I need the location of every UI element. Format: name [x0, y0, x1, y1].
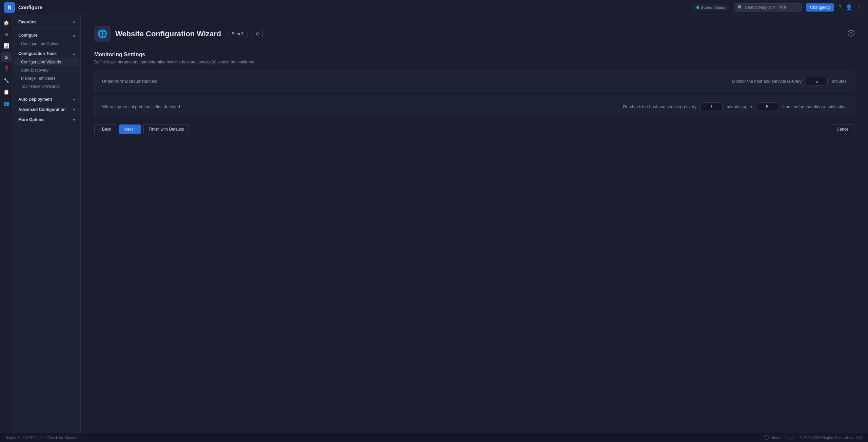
back-label: Back [102, 127, 111, 132]
step-badge: Step 3 [227, 30, 248, 38]
manage-templates-label: Manage Templates [21, 76, 55, 81]
normal-label: Under normal circumstances: [102, 79, 157, 84]
tools-section-header[interactable]: Configuration Tools ▴ [14, 49, 79, 58]
users-icon[interactable]: 👥 [1, 98, 12, 109]
back-chevron-icon: ‹ [99, 127, 101, 132]
configure-section-header[interactable]: Configure ▴ [14, 31, 79, 40]
icon-sidebar: 🏠 ⊞ 📊 ⚙ ❓ 🔧 📋 👥 [0, 15, 13, 433]
nagios-logo: N [4, 2, 15, 13]
minutes-up-to-label: minutes up to [727, 104, 752, 109]
footer-separator-1: | [782, 436, 783, 440]
tools-section-label: Configuration Tools [18, 51, 57, 56]
more-options-chevron: ▾ [73, 118, 75, 122]
reports-icon[interactable]: 📋 [1, 87, 12, 97]
configure-chevron: ▴ [73, 34, 75, 37]
grid-icon[interactable]: ⊞ [1, 29, 12, 39]
finish-defaults-button[interactable]: Finish with Defaults [143, 124, 189, 134]
changelog-button[interactable]: Changelog [806, 3, 834, 12]
more-options-section: More Options ▾ [13, 115, 80, 124]
tools-chevron: ▴ [73, 52, 75, 56]
auto-deployment-chevron: ▾ [73, 98, 75, 101]
times-input[interactable] [756, 102, 778, 111]
system-status-pill[interactable]: System Status [693, 4, 729, 11]
times-label: times before sending a notification [782, 104, 847, 109]
status-label: System Status [701, 5, 725, 9]
configuration-wizards-label: Configuration Wizards [21, 60, 61, 64]
favorites-header[interactable]: Favorites ▾ [14, 18, 79, 26]
chart-icon[interactable]: 📊 [1, 41, 12, 51]
search-bar[interactable]: 🔍 Search Nagios XI ⌘ K [734, 3, 802, 12]
user-icon-button[interactable]: 👤 [844, 3, 854, 12]
configure-section: Configure ▴ Configuration Options [13, 31, 80, 48]
configure-icon[interactable]: ⚙ [1, 52, 12, 62]
help-button[interactable]: ? [848, 30, 854, 38]
next-button[interactable]: Next › [119, 124, 141, 134]
status-dot [696, 6, 699, 9]
nav-divider-2 [16, 93, 78, 93]
search-icon: 🔍 [738, 5, 743, 10]
more-options-label: More Options [18, 117, 44, 122]
recheck-interval-input[interactable] [701, 102, 723, 111]
search-placeholder: Search Nagios XI [745, 5, 776, 10]
next-label: Next [124, 127, 133, 132]
sidebar-item-auto-discovery[interactable]: Auto-Discovery [14, 66, 79, 74]
button-row: ‹ Back Next › Finish with Defaults Cance… [94, 124, 854, 134]
layout: 🏠 ⊞ 📊 ⚙ ❓ 🔧 📋 👥 Favorites ▾ Configure ▴ … [0, 15, 868, 433]
favorites-chevron: ▾ [73, 20, 75, 24]
problem-detected-card: When a potential problem is first detect… [94, 96, 854, 117]
advanced-label: Advanced Configuration [18, 107, 65, 112]
footer-info-icon: i [764, 435, 769, 440]
check-updates-link[interactable]: Check for Updates [47, 436, 78, 440]
topbar-title: Configure [18, 4, 42, 10]
tools-section: Configuration Tools ▴ Configuration Wiza… [13, 49, 80, 91]
svg-text:?: ? [850, 31, 852, 36]
wizard-icon: 🌐 [94, 26, 111, 42]
home-icon[interactable]: 🏠 [1, 18, 12, 28]
main-content: 🌐 Website Configuration Wizard Step 3 ⚙ … [81, 15, 868, 433]
advanced-section: Advanced Configuration ▾ [13, 105, 80, 114]
auto-discovery-label: Auto-Discovery [21, 68, 48, 73]
top-recent-wizards-label: Top / Recent Wizards [21, 84, 60, 89]
topbar: N Configure System Status 🔍 Search Nagio… [0, 0, 868, 15]
sidebar-item-configuration-wizards[interactable]: Configuration Wizards [14, 58, 79, 66]
footer-dot-1: • [44, 436, 45, 440]
sidebar-item-manage-templates[interactable]: Manage Templates [14, 74, 79, 82]
minutes-label: minutes [832, 79, 847, 84]
about-link[interactable]: About [771, 436, 781, 440]
footer-version: Nagios XI 2024R1.1.1 [5, 436, 42, 440]
normal-circumstances-card: Under normal circumstances: Monitor the … [94, 71, 854, 92]
sidebar-item-top-recent-wizards[interactable]: Top / Recent Wizards [14, 82, 79, 91]
help-icon[interactable]: ❓ [1, 64, 12, 74]
monitor-label: Monitor the host and service(s) every [732, 79, 802, 84]
recheck-label: Re-check the host and service(s) every [623, 104, 696, 109]
sidebar-item-configuration-options[interactable]: Configuration Options [14, 40, 79, 48]
advanced-section-header[interactable]: Advanced Configuration ▾ [14, 105, 79, 114]
next-chevron-icon: › [134, 127, 135, 132]
monitor-interval-input[interactable] [806, 77, 828, 85]
auto-deployment-header[interactable]: Auto Deployment ▾ [14, 95, 79, 104]
advanced-chevron: ▾ [73, 108, 75, 112]
search-shortcut: ⌘ K [778, 5, 787, 9]
settings-button[interactable]: ⚙ [253, 29, 263, 39]
tools-icon[interactable]: 🔧 [1, 75, 12, 85]
nav-sidebar: Favorites ▾ Configure ▴ Configuration Op… [13, 15, 81, 433]
auto-deployment-label: Auto Deployment [18, 97, 52, 102]
svg-text:N: N [7, 5, 12, 11]
footer-separator-2: | [796, 436, 797, 440]
favorites-label: Favorites [18, 20, 36, 24]
back-button[interactable]: ‹ Back [94, 124, 116, 134]
copyright-text: © 2008-2024 Nagios Enterprises, LLC [800, 436, 863, 440]
wizard-header: 🌐 Website Configuration Wizard Step 3 ⚙ … [94, 26, 854, 42]
configuration-options-label: Configuration Options [21, 41, 60, 46]
legal-link[interactable]: Legal [785, 436, 794, 440]
auto-deployment-section: Auto Deployment ▾ [13, 95, 80, 104]
help-icon-button[interactable]: ? [836, 3, 844, 12]
section-desc: Define basic parameters that determine h… [94, 60, 854, 64]
nav-divider-1 [16, 28, 78, 29]
cancel-button[interactable]: Cancel [832, 124, 854, 134]
footer: Nagios XI 2024R1.1.1 • Check for Updates… [0, 433, 868, 442]
more-options-header[interactable]: More Options ▾ [14, 115, 79, 124]
more-icon-button[interactable]: ⋮ [854, 3, 864, 12]
footer-right: i About | Legal | © 2008-2024 Nagios Ent… [764, 435, 863, 440]
section-title: Monitoring Settings [94, 52, 854, 58]
